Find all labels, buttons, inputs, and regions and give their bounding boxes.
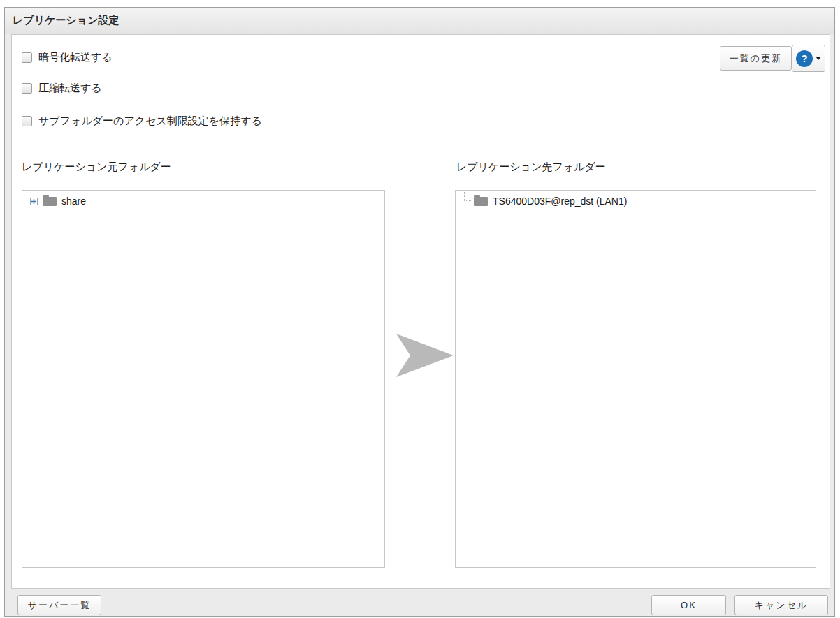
encrypt-transfer-option[interactable]: 暗号化転送する [22, 51, 113, 64]
tree-line [464, 191, 472, 201]
ok-button[interactable]: OK [651, 595, 726, 615]
compress-transfer-checkbox[interactable] [22, 83, 32, 94]
server-list-button[interactable]: サーバー一覧 [17, 595, 101, 615]
compress-transfer-option[interactable]: 圧縮転送する [22, 82, 102, 95]
keep-subfolder-acl-option[interactable]: サブフォルダーのアクセス制限設定を保持する [22, 115, 262, 128]
question-mark-icon: ? [796, 50, 813, 67]
dialog-title: レプリケーション設定 [13, 14, 119, 27]
folder-icon [474, 197, 488, 206]
source-folder-tree: share [22, 190, 385, 568]
tree-item-share[interactable]: share [22, 191, 384, 213]
encrypt-transfer-checkbox[interactable] [22, 52, 32, 63]
source-panel-label: レプリケーション元フォルダー [22, 161, 171, 174]
expand-plus-icon[interactable] [30, 198, 38, 205]
replication-direction-arrow-icon [396, 334, 454, 377]
dialog-footer: サーバー一覧 OK キャンセル [5, 589, 834, 617]
dialog-title-bar: レプリケーション設定 [5, 8, 834, 34]
keep-subfolder-acl-label[interactable]: サブフォルダーのアクセス制限設定を保持する [38, 115, 262, 128]
dest-panel-label: レプリケーション先フォルダー [456, 161, 606, 174]
replication-settings-dialog: レプリケーション設定 暗号化転送する 圧縮転送する サブフォルダーのアクセス制限… [4, 7, 835, 617]
help-button[interactable]: ? [792, 45, 825, 72]
dest-folder-tree: TS6400D03F@rep_dst (LAN1) [455, 190, 816, 568]
source-node-label[interactable]: share [61, 194, 86, 208]
cancel-button[interactable]: キャンセル [734, 595, 828, 615]
refresh-list-button[interactable]: 一覧の更新 [720, 46, 792, 71]
dialog-content: 暗号化転送する 圧縮転送する サブフォルダーのアクセス制限設定を保持する 一覧の… [11, 34, 830, 589]
tree-line [34, 191, 34, 198]
tree-item-destination[interactable]: TS6400D03F@rep_dst (LAN1) [456, 191, 816, 213]
folder-icon [43, 197, 57, 206]
keep-subfolder-acl-checkbox[interactable] [22, 116, 32, 126]
caret-down-icon [816, 57, 821, 60]
dest-node-label[interactable]: TS6400D03F@rep_dst (LAN1) [493, 194, 627, 208]
encrypt-transfer-label[interactable]: 暗号化転送する [38, 51, 113, 64]
plus-icon [31, 199, 36, 204]
compress-transfer-label[interactable]: 圧縮転送する [38, 82, 102, 95]
